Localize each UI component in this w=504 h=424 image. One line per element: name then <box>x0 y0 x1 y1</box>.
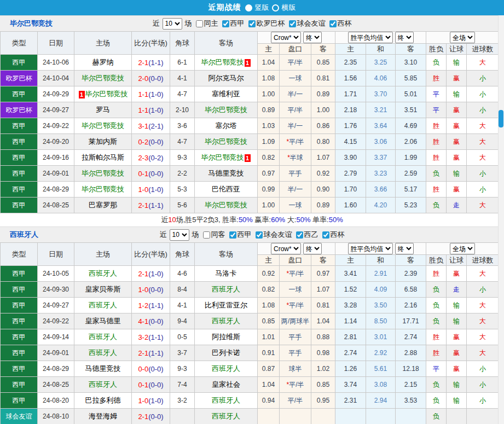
table-row[interactable]: 西甲24-08-29马德里竞技0-0(0-0)9-3西班牙人0.87球半1.02… <box>1 361 499 377</box>
away-team-name[interactable]: 马德里竞技 <box>208 169 244 177</box>
home-team-name[interactable]: 皇家马德里 <box>85 317 121 325</box>
recent-count-select[interactable]: 10 <box>163 18 182 30</box>
away-team-name[interactable]: 马洛卡 <box>216 269 237 277</box>
home-team-name[interactable]: 毕尔巴鄂竞技 <box>82 121 124 130</box>
home-team-name[interactable]: 西班牙人 <box>89 349 117 357</box>
competition-checkbox[interactable] <box>248 20 256 27</box>
competition-filter-2[interactable]: 西乙 <box>294 230 318 240</box>
table-row[interactable]: 西甲24-09-01西班牙人2-1(1-1)3-7巴列卡诺0.91平手0.982… <box>1 345 499 361</box>
table-row[interactable]: 西甲24-09-291毕尔巴鄂竞技1-1(1-0)4-7塞维利亚1.00半/一0… <box>1 86 499 102</box>
home-team-name[interactable]: 巴拉多利德 <box>85 396 121 404</box>
team-name[interactable]: 毕尔巴鄂竞技 <box>10 19 53 28</box>
table-row[interactable]: 欧罗巴杯24-10-04毕尔巴鄂竞技2-0(0-0)4-1阿尔克马尔1.08一球… <box>1 71 499 86</box>
horizontal-radio-label[interactable]: 横版 <box>282 3 296 13</box>
avg-stage-select[interactable]: 终 <box>395 243 414 254</box>
same-venue-checkbox[interactable] <box>203 231 210 239</box>
horizontal-radio[interactable] <box>272 4 279 11</box>
competition-checkbox[interactable] <box>256 231 263 239</box>
avg-stage-select[interactable]: 终 <box>395 32 414 43</box>
home-team-name[interactable]: 毕尔巴鄂竞技 <box>82 169 124 177</box>
away-team-name[interactable]: 西班牙人 <box>212 317 240 325</box>
table-row[interactable]: 西甲24-08-25西班牙人0-1(0-0)7-4皇家社会1.04*平/半0.8… <box>1 377 499 393</box>
home-team-name[interactable]: 拉斯帕尔马斯 <box>82 153 124 161</box>
away-team-name[interactable]: 皇家社会 <box>212 380 240 388</box>
avg-odds-select[interactable]: 胜平负均值 <box>348 243 393 254</box>
competition-checkbox[interactable] <box>322 231 329 239</box>
competition-checkbox[interactable] <box>329 20 337 27</box>
competition-filter-1[interactable]: 欧罗巴杯 <box>246 19 285 28</box>
home-team-name[interactable]: 西班牙人 <box>89 301 117 309</box>
competition-checkbox[interactable] <box>296 231 303 239</box>
scrollbar-thumb[interactable] <box>499 110 503 127</box>
home-team-name[interactable]: 马德里竞技 <box>85 364 121 373</box>
table-row[interactable]: 西甲24-09-14西班牙人3-2(1-1)0-5阿拉维斯1.01平手0.882… <box>1 329 499 345</box>
odds-stage-select[interactable]: 终 <box>303 32 322 43</box>
recent-count-select[interactable]: 10 <box>170 229 189 241</box>
away-team-name[interactable]: 毕尔巴鄂竞技 <box>205 106 247 114</box>
avg-odds-select[interactable]: 胜平负均值 <box>348 32 393 43</box>
match-scope-select[interactable]: 全场 <box>450 243 475 254</box>
table-row[interactable]: 西甲24-10-05西班牙人2-1(1-0)4-6马洛卡0.92*平/半0.97… <box>1 266 499 282</box>
home-team-name[interactable]: 毕尔巴鄂竞技 <box>85 90 128 98</box>
competition-checkbox[interactable] <box>222 20 229 27</box>
away-team-name[interactable]: 毕尔巴鄂竞技 <box>201 153 244 161</box>
team-name[interactable]: 西班牙人 <box>10 230 38 240</box>
table-row[interactable]: 西甲24-08-25巴塞罗那2-1(1-1)5-6毕尔巴鄂竞技1.00一球0.8… <box>1 198 499 213</box>
home-team-name[interactable]: 罗马 <box>96 106 110 114</box>
away-team-name[interactable]: 西班牙人 <box>212 396 240 404</box>
table-row[interactable]: 西甲24-10-06赫罗纳2-1(1-1)6-1毕尔巴鄂竞技11.04平/半0.… <box>1 55 499 71</box>
home-team-name[interactable]: 皇家贝蒂斯 <box>85 285 121 293</box>
away-team-name[interactable]: 阿尔克马尔 <box>208 74 244 82</box>
away-team-name[interactable]: 塞维利亚 <box>212 90 240 98</box>
table-row[interactable]: 欧罗巴杯24-09-27罗马1-1(1-0)2-10毕尔巴鄂竞技0.89平/半1… <box>1 102 499 118</box>
table-row[interactable]: 西甲24-09-22皇家马德里4-1(0-0)9-4西班牙人0.85两/两球半1… <box>1 313 499 329</box>
same-venue-filter[interactable]: 同客 <box>201 230 225 240</box>
competition-filter-0[interactable]: 西甲 <box>227 230 252 240</box>
home-team-name[interactable]: 毕尔巴鄂竞技 <box>82 185 124 193</box>
table-row[interactable]: 球会友谊24-08-10海登海姆2-1(0-0)西班牙人负 <box>1 409 499 424</box>
vertical-radio[interactable] <box>245 4 252 11</box>
match-scope-select[interactable]: 全场 <box>450 32 475 43</box>
table-row[interactable]: 西甲24-09-16拉斯帕尔马斯2-3(0-2)9-3毕尔巴鄂竞技10.82*半… <box>1 150 499 166</box>
table-row[interactable]: 西甲24-09-27西班牙人1-2(1-1)4-1比利亚雷亚尔1.08*平/半0… <box>1 298 499 313</box>
competition-filter-3[interactable]: 西杯 <box>327 19 352 28</box>
competition-checkbox[interactable] <box>229 231 236 239</box>
same-venue-filter[interactable]: 同主 <box>194 19 218 28</box>
table-row[interactable]: 西甲24-08-20巴拉多利德1-0(1-0)3-2西班牙人0.94平/半0.9… <box>1 393 499 409</box>
competition-filter-2[interactable]: 球会友谊 <box>287 19 326 28</box>
home-team-name[interactable]: 莱加内斯 <box>89 137 117 146</box>
away-team-name[interactable]: 西班牙人 <box>212 285 240 293</box>
home-team-name[interactable]: 海登海姆 <box>89 412 117 420</box>
home-team-name[interactable]: 西班牙人 <box>89 269 117 277</box>
away-team-name[interactable]: 塞尔塔 <box>216 121 237 130</box>
away-team-name[interactable]: 西班牙人 <box>212 412 240 420</box>
odds-stage-select[interactable]: 终 <box>303 243 322 254</box>
odds-company-select[interactable]: Crow* <box>271 32 301 43</box>
away-team-name[interactable]: 毕尔巴鄂竞技 <box>201 58 244 66</box>
table-row[interactable]: 西甲24-09-01毕尔巴鄂竞技0-1(0-0)2-2马德里竞技0.97平手0.… <box>1 166 499 182</box>
vertical-radio-label[interactable]: 竖版 <box>255 3 269 13</box>
away-team-name[interactable]: 毕尔巴鄂竞技 <box>205 137 247 146</box>
table-row[interactable]: 西甲24-09-30皇家贝蒂斯1-0(0-0)8-4西班牙人0.82一球1.07… <box>1 282 499 298</box>
competition-filter-0[interactable]: 西甲 <box>220 19 245 28</box>
competition-filter-3[interactable]: 西杯 <box>320 230 345 240</box>
away-team-name[interactable]: 巴伦西亚 <box>212 185 240 193</box>
table-row[interactable]: 西甲24-09-20莱加内斯0-2(0-0)4-7毕尔巴鄂竞技1.09*平/半0… <box>1 134 499 150</box>
away-team-name[interactable]: 毕尔巴鄂竞技 <box>205 201 247 209</box>
away-team-name[interactable]: 比利亚雷亚尔 <box>205 301 247 309</box>
scrollbar-track[interactable] <box>498 15 504 424</box>
home-team-name[interactable]: 巴塞罗那 <box>89 201 117 209</box>
away-team-name[interactable]: 阿拉维斯 <box>212 333 240 341</box>
same-venue-checkbox[interactable] <box>196 20 203 27</box>
home-team-name[interactable]: 西班牙人 <box>89 333 117 341</box>
table-row[interactable]: 西甲24-09-22毕尔巴鄂竞技3-1(2-1)3-6塞尔塔1.03半/一0.8… <box>1 118 499 134</box>
table-row[interactable]: 西甲24-08-29毕尔巴鄂竞技1-0(1-0)5-3巴伦西亚0.99半/一0.… <box>1 182 499 198</box>
away-team-name[interactable]: 西班牙人 <box>212 364 240 373</box>
home-team-name[interactable]: 赫罗纳 <box>92 58 114 66</box>
home-team-name[interactable]: 西班牙人 <box>89 380 117 388</box>
home-team-name[interactable]: 毕尔巴鄂竞技 <box>82 74 124 82</box>
odds-company-select[interactable]: Crow* <box>271 243 301 254</box>
away-team-name[interactable]: 巴列卡诺 <box>212 349 240 357</box>
competition-checkbox[interactable] <box>289 20 296 27</box>
competition-filter-1[interactable]: 球会友谊 <box>253 230 292 240</box>
